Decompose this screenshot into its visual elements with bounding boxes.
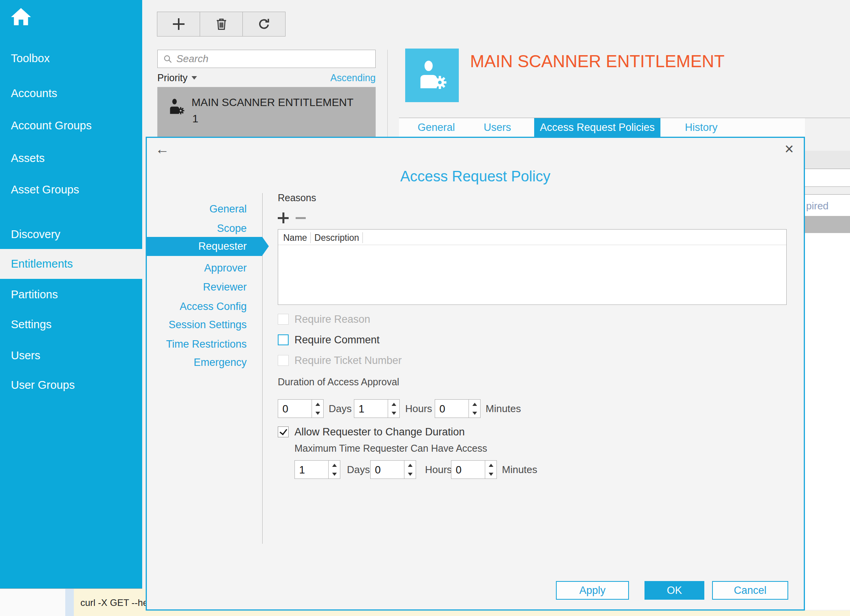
dialog-nav-session-settings[interactable]: Session Settings: [147, 318, 247, 331]
home-button[interactable]: [10, 6, 32, 28]
reasons-table[interactable]: NameDescription: [278, 229, 787, 305]
max-minutes-value[interactable]: 0: [451, 461, 485, 479]
sidebar-item-account-groups[interactable]: Account Groups: [0, 119, 142, 132]
sidebar-item-discovery[interactable]: Discovery: [0, 228, 142, 241]
search-input[interactable]: Search: [157, 50, 376, 68]
ok-button[interactable]: OK: [644, 581, 704, 600]
tab-users[interactable]: Users: [484, 118, 511, 137]
sidebar-item-accounts[interactable]: Accounts: [0, 87, 142, 100]
background-band: [805, 169, 850, 187]
duration-days-spinner[interactable]: 0: [278, 399, 324, 418]
arrow-down-icon: [472, 412, 477, 415]
sidebar-item-user-groups[interactable]: User Groups: [0, 378, 142, 392]
sidebar-item-assets[interactable]: Assets: [0, 151, 142, 165]
spinner-up-button[interactable]: [469, 400, 480, 409]
close-icon[interactable]: ×: [785, 140, 794, 158]
reasons-label: Reasons: [278, 192, 316, 204]
dialog-nav-requester-selected[interactable]: Requester: [147, 237, 262, 256]
sidebar-item-toolbox[interactable]: Toolbox: [0, 52, 142, 65]
remove-reason-button[interactable]: [296, 217, 306, 219]
sidebar-item-partitions[interactable]: Partitions: [0, 288, 142, 301]
sort-order-toggle[interactable]: Ascending: [330, 72, 376, 84]
duration-minutes-spinner[interactable]: 0: [435, 399, 481, 418]
arrow-up-icon: [408, 464, 413, 467]
arrow-up-icon: [392, 403, 396, 406]
refresh-icon: [258, 17, 271, 31]
arrow-down-icon: [489, 473, 493, 476]
chevron-down-icon: [192, 76, 197, 80]
duration-hours-spinner[interactable]: 1: [354, 399, 400, 418]
arrow-up-icon: [489, 464, 493, 467]
spinner-down-button[interactable]: [329, 470, 340, 479]
hours-unit-label: Hours: [425, 460, 452, 479]
duration-minutes-value[interactable]: 0: [435, 400, 469, 418]
reasons-table-header: NameDescription: [278, 230, 786, 245]
column-header-description[interactable]: Description: [311, 232, 363, 243]
require-ticket-number-row: Require Ticket Number: [278, 355, 402, 366]
spinner-down-button[interactable]: [469, 409, 480, 418]
background-selected-row-fragment: [805, 216, 850, 233]
sidebar-item-users[interactable]: Users: [0, 349, 142, 362]
back-arrow-icon[interactable]: ←: [155, 141, 169, 157]
spinner-down-button[interactable]: [312, 409, 323, 418]
list-item-title: MAIN SCANNER ENTITLEMENT: [192, 96, 354, 109]
require-ticket-number-checkbox: [278, 355, 289, 366]
spinner-down-button[interactable]: [485, 470, 496, 479]
spinner-up-button[interactable]: [312, 400, 323, 409]
app-window: Toolbox Accounts Account Groups Assets A…: [0, 0, 850, 616]
require-comment-row: Require Comment: [278, 334, 380, 345]
require-ticket-number-label: Require Ticket Number: [294, 355, 402, 367]
allow-change-duration-label: Allow Requester to Change Duration: [294, 426, 465, 438]
max-days-spinner[interactable]: 1: [294, 460, 340, 479]
dialog-nav-general[interactable]: General: [147, 202, 247, 216]
duration-days-value[interactable]: 0: [278, 400, 312, 418]
require-comment-checkbox[interactable]: [278, 334, 289, 345]
sidebar-item-settings[interactable]: Settings: [0, 318, 142, 331]
add-reason-button[interactable]: [278, 212, 289, 223]
add-entitlement-button[interactable]: [157, 12, 200, 37]
dialog-nav-scope[interactable]: Scope: [147, 222, 247, 235]
max-minutes-spinner[interactable]: 0: [451, 460, 497, 479]
tab-access-request-policies[interactable]: Access Request Policies: [534, 118, 660, 137]
sidebar-item-entitlements-selected[interactable]: Entitlements: [0, 249, 142, 279]
arrow-down-icon: [408, 473, 413, 476]
background-toolbar-band: [805, 151, 850, 169]
column-header-name[interactable]: Name: [280, 232, 311, 243]
tab-history[interactable]: History: [685, 118, 718, 137]
allow-change-duration-checkbox[interactable]: [278, 426, 289, 437]
dialog-nav-emergency[interactable]: Emergency: [147, 356, 247, 369]
max-days-value[interactable]: 1: [295, 461, 328, 479]
arrow-down-icon: [392, 412, 396, 415]
spinner-down-button[interactable]: [388, 409, 399, 418]
hours-unit-label: Hours: [405, 399, 432, 418]
apply-button[interactable]: Apply: [556, 581, 629, 600]
entitlement-user-gear-icon: [167, 98, 185, 116]
spinner-up-button[interactable]: [485, 461, 496, 470]
spinner-up-button[interactable]: [329, 461, 340, 470]
sidebar: Toolbox Accounts Account Groups Assets A…: [0, 0, 142, 588]
tab-general[interactable]: General: [418, 118, 455, 137]
refresh-button[interactable]: [242, 12, 286, 37]
curl-command-text: curl -X GET --he: [80, 597, 146, 608]
list-item-main-scanner-entitlement[interactable]: MAIN SCANNER ENTITLEMENT 1: [157, 87, 376, 138]
cancel-button[interactable]: Cancel: [712, 581, 788, 600]
delete-entitlement-button[interactable]: [200, 12, 243, 37]
dialog-nav-time-restrictions[interactable]: Time Restrictions: [147, 338, 247, 351]
days-unit-label: Days: [329, 399, 352, 418]
sort-field-dropdown[interactable]: Priority: [157, 72, 197, 84]
require-reason-label: Require Reason: [294, 313, 370, 325]
dialog-nav-access-config[interactable]: Access Config: [147, 300, 247, 313]
sidebar-item-asset-groups[interactable]: Asset Groups: [0, 183, 142, 196]
dialog-nav-reviewer[interactable]: Reviewer: [147, 280, 247, 294]
duration-hours-value[interactable]: 1: [354, 400, 388, 418]
require-reason-row: Require Reason: [278, 314, 370, 325]
spinner-up-button[interactable]: [388, 400, 399, 409]
spinner-up-button[interactable]: [404, 461, 416, 470]
home-icon: [10, 6, 32, 28]
max-hours-spinner[interactable]: 0: [370, 460, 416, 479]
status-strip-left: [0, 589, 65, 616]
dialog-nav-approver[interactable]: Approver: [147, 261, 247, 275]
max-hours-value[interactable]: 0: [371, 461, 404, 479]
duration-section-label: Duration of Access Approval: [278, 376, 399, 388]
spinner-down-button[interactable]: [404, 470, 416, 479]
